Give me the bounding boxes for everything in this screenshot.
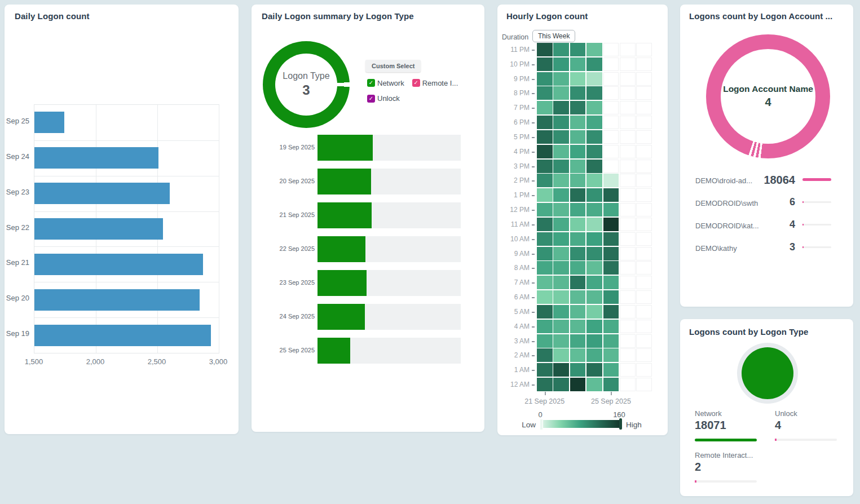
hour-axis-tick	[532, 122, 535, 123]
hour-axis-label: 1 PM	[497, 191, 530, 199]
summary-row-label: 23 Sep 2025	[263, 279, 315, 286]
summary-bar	[317, 270, 367, 296]
daily-logon-bar-plot	[34, 104, 219, 353]
card-daily-logon-summary: Daily Logon summary by Logon Type Logon …	[252, 5, 484, 432]
account-bar-tick	[802, 246, 804, 248]
gridline-horizontal	[34, 176, 219, 176]
hour-axis-label: 8 PM	[497, 89, 530, 97]
hour-axis-label: 9 PM	[497, 75, 530, 83]
daily-summary-bars: 19 Sep 202520 Sep 202521 Sep 202522 Sep …	[252, 5, 484, 432]
hour-axis-tick	[532, 64, 535, 65]
hour-axis-tick	[532, 224, 535, 226]
hour-axis-tick	[532, 312, 535, 313]
hour-axis-label: 6 PM	[497, 118, 530, 126]
account-value: 6	[742, 196, 795, 208]
summary-row-label: 19 Sep 2025	[263, 144, 315, 151]
stat-bar-track	[775, 439, 837, 441]
hour-axis-tick	[532, 79, 535, 80]
hour-axis-tick	[532, 384, 535, 386]
hour-axis-label: 4 PM	[497, 148, 530, 156]
hourly-heatmap-axes: 11 PM10 PM9 PM8 PM7 PM6 PM5 PM4 PM3 PM2 …	[497, 5, 668, 435]
hour-axis-tick	[532, 166, 535, 167]
date-axis-tick	[545, 392, 546, 395]
hour-axis-label: 3 AM	[497, 337, 530, 345]
stat-label: Remote Interact...	[695, 451, 771, 459]
summary-bar	[317, 202, 372, 228]
hour-axis-label: 7 AM	[497, 278, 530, 286]
summary-bar	[317, 169, 371, 194]
gridline-vertical	[219, 105, 219, 353]
y-axis-label: Sep 24	[5, 152, 29, 161]
summary-bar	[317, 304, 365, 330]
daily-logon-bar	[34, 254, 203, 275]
y-axis-label: Sep 25	[5, 117, 29, 125]
y-axis-label: Sep 21	[5, 258, 29, 267]
hour-axis-label: 5 PM	[497, 133, 530, 141]
stat-value: 4	[775, 419, 781, 432]
daily-logon-bar	[34, 183, 170, 204]
hour-axis-tick	[532, 210, 535, 211]
hour-axis-label: 11 PM	[497, 46, 530, 54]
hour-axis-label: 7 PM	[497, 104, 530, 112]
hour-axis-tick	[532, 254, 535, 255]
gridline-horizontal	[34, 211, 219, 212]
gridline-horizontal	[34, 317, 219, 318]
stat-label: Unlock	[775, 409, 851, 418]
daily-logon-bar	[34, 289, 200, 311]
hour-axis-tick	[532, 93, 535, 94]
y-axis-label: Sep 23	[5, 188, 29, 196]
gridline-horizontal	[34, 246, 219, 247]
summary-row-label: 20 Sep 2025	[263, 178, 315, 184]
account-value: 4	[742, 219, 795, 231]
stat-label: Network	[695, 409, 771, 418]
summary-bar	[317, 338, 350, 364]
stat-bar-tick	[695, 480, 696, 483]
hour-axis-label: 4 AM	[497, 322, 530, 330]
hour-axis-label: 6 AM	[497, 293, 530, 301]
hour-axis-label: 12 PM	[497, 206, 530, 214]
summary-bar	[317, 236, 365, 262]
stat-bar-tick	[775, 439, 777, 441]
daily-logon-bar	[34, 112, 64, 133]
heatmap-scale-high-label: High	[626, 421, 642, 429]
hour-axis-tick	[532, 297, 535, 298]
account-value: 18064	[742, 174, 795, 187]
heatmap-scale-min: 0	[529, 410, 552, 419]
card-title-daily-logon-count: Daily Logon count	[15, 11, 231, 21]
hour-axis-tick	[532, 137, 535, 138]
hour-axis-tick	[532, 180, 535, 182]
account-bar-tick	[802, 224, 804, 226]
date-axis-label: 21 Sep 2025	[517, 397, 573, 405]
hour-axis-label: 8 AM	[497, 264, 530, 272]
y-axis-label: Sep 22	[5, 223, 29, 232]
daily-logon-bar	[34, 325, 211, 346]
card-logons-by-account: Logons count by Logon Account ... Logon …	[680, 5, 853, 307]
hour-axis-tick	[532, 152, 535, 153]
hour-axis-label: 2 PM	[497, 176, 530, 184]
x-axis-label: 2,500	[140, 357, 174, 366]
account-bar	[802, 178, 831, 181]
stat-bar-track	[695, 480, 757, 483]
gridline-horizontal	[34, 282, 219, 282]
card-logons-by-type: Logons count by Logon Type Network18071U…	[680, 319, 853, 496]
heatmap-gradient-start-handle[interactable]	[540, 419, 543, 430]
account-bar-track	[802, 201, 831, 203]
hour-axis-tick	[532, 268, 535, 269]
logon-type-stats: Network18071Unlock4Remote Interact...2	[680, 319, 853, 496]
daily-logon-bar	[34, 147, 158, 169]
card-daily-logon-count: Daily Logon count Sep 25Sep 24Sep 23Sep …	[5, 5, 239, 434]
heatmap-gradient-bar[interactable]	[541, 420, 619, 428]
summary-row-label: 25 Sep 2025	[263, 347, 315, 353]
stat-bar	[695, 439, 757, 441]
logon-account-list: DEMO\droid-ad...18064DEMODROID\swth6DEMO…	[680, 5, 853, 307]
heatmap-gradient-end-handle[interactable]	[619, 418, 622, 430]
hour-axis-tick	[532, 326, 535, 328]
hour-axis-label: 10 PM	[497, 60, 530, 68]
date-axis-label: 25 Sep 2025	[583, 397, 639, 405]
account-bar-track	[802, 224, 831, 226]
account-bar-tick	[802, 201, 804, 203]
account-value: 3	[742, 241, 795, 253]
hour-axis-label: 5 AM	[497, 308, 530, 316]
hour-axis-label: 11 AM	[497, 220, 530, 228]
hour-axis-tick	[532, 50, 535, 51]
